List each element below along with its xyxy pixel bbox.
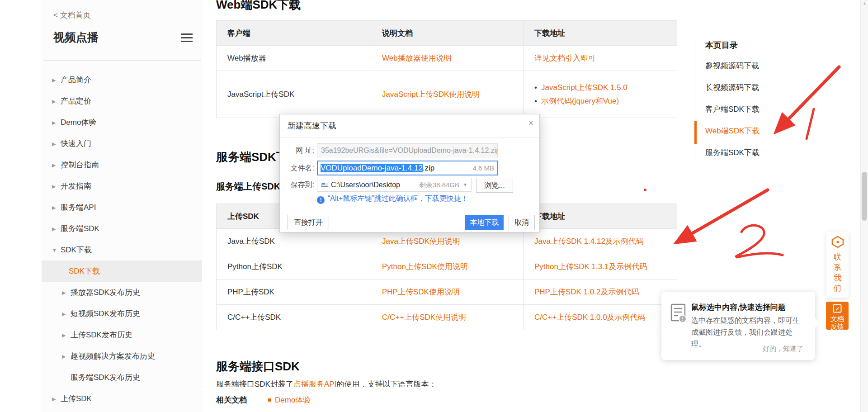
toc-item-client-sdk[interactable]: 客户端SDK下载	[705, 99, 809, 120]
download-link[interactable]: Java上传SDK 1.4.12及示例代码	[534, 237, 644, 246]
table-row: Web播放器 Web播放器使用说明 详见文档引入即可	[217, 46, 677, 71]
back-to-docs-link[interactable]: < 文档首页	[53, 10, 91, 20]
chevron-right-icon: ▶	[52, 112, 57, 133]
table-header-row: 客户端 说明文档 下载地址	[217, 21, 677, 46]
download-link[interactable]: C/C++上传SDK 1.0.0及示例代码	[534, 313, 646, 322]
svg-text:!: !	[682, 316, 684, 322]
sidebar-item-server-api[interactable]: ▶服务端API	[42, 197, 202, 218]
chevron-right-icon: ▶	[52, 91, 57, 112]
toc-active-indicator	[694, 121, 697, 144]
sidebar-item-quickstart[interactable]: ▶快速入门	[42, 133, 202, 154]
web-sdk-table: 客户端 说明文档 下载地址 Web播放器 Web播放器使用说明 详见文档引入即可…	[216, 20, 677, 118]
contact-us-widget[interactable]: 联系我们	[826, 232, 849, 298]
doc-link[interactable]: Python上传SDK使用说明	[382, 262, 468, 271]
chevron-right-icon: ▶	[62, 303, 67, 325]
doc-link[interactable]: Web播放器使用说明	[382, 54, 452, 62]
doc-feedback-button[interactable]: 文档反馈	[826, 302, 849, 330]
sidebar-item-dev-guide[interactable]: ▶开发指南	[42, 175, 202, 197]
client-name: PHP上传SDK	[227, 288, 274, 296]
sidebar-item-demo[interactable]: ▶Demo体验	[42, 112, 202, 133]
sidebar-item-product-intro[interactable]: ▶产品简介	[42, 69, 202, 90]
toc-item-web-sdk[interactable]: Web端SDK下载	[705, 120, 809, 142]
sidebar-item-sdk-download-current[interactable]: SDK下载	[42, 260, 202, 282]
product-title: 视频点播	[53, 30, 99, 45]
close-icon[interactable]: ×	[528, 117, 534, 129]
toc-item-server-sdk[interactable]: 服务端SDK下载	[705, 142, 809, 164]
drive-icon	[321, 182, 328, 188]
filename-selected-text: VODUploadDemo-java-1.4.12	[321, 164, 423, 172]
download-link[interactable]: 详见文档引入即可	[534, 54, 596, 62]
contact-us-label: 联系我们	[833, 252, 842, 294]
doc-link[interactable]: C/C++上传SDK使用说明	[382, 313, 466, 322]
local-download-button[interactable]: 本地下载	[465, 215, 504, 230]
col-client: 客户端	[217, 21, 371, 46]
chevron-right-icon: ▶	[52, 133, 57, 155]
caret-down-icon: ▼	[463, 178, 467, 191]
client-name: C/C++上传SDK	[227, 313, 281, 322]
table-row: C/C++上传SDK C/C++上传SDK使用说明 C/C++上传SDK 1.0…	[217, 305, 677, 330]
sidebar-nav: ▶产品简介 ▶产品定价 ▶Demo体验 ▶快速入门 ▶控制台指南 ▶开发指南 ▶…	[42, 69, 202, 409]
hexagon-logo-icon	[831, 236, 844, 248]
table-row: PHP上传SDK PHP上传SDK使用说明 PHP上传SDK 1.0.2及示例代…	[217, 279, 677, 305]
table-row: JavaScript上传SDK JavaScript上传SDK使用说明 •Jav…	[217, 71, 677, 118]
sidebar-item-pricing[interactable]: ▶产品定价	[42, 90, 202, 112]
sidebar-item-player-sdk-history[interactable]: ▶播放器SDK发布历史	[42, 282, 202, 303]
dialog-divider	[280, 137, 539, 137]
annotation-number-2	[736, 225, 783, 257]
toc-item-long-video-source[interactable]: 长视频源码下载	[705, 77, 809, 99]
sidebar-item-upload-sdk[interactable]: ▶上传SDK	[42, 388, 202, 409]
col-doc: 说明文档	[371, 21, 524, 46]
chevron-right-icon: ▶	[52, 70, 57, 91]
open-directly-button[interactable]: 直接打开	[288, 215, 329, 230]
doc-link[interactable]: Java上传SDK使用说明	[382, 237, 460, 246]
sidebar-divider	[43, 60, 201, 61]
chevron-right-icon: ▶	[52, 197, 57, 218]
scrollbar-thumb[interactable]	[862, 172, 867, 221]
download-link[interactable]: JavaScript上传SDK 1.5.0	[541, 83, 627, 92]
url-label: 网 址:	[280, 143, 314, 157]
hamburger-icon[interactable]	[181, 33, 193, 43]
col-download: 下载地址	[524, 204, 677, 229]
doc-link[interactable]: JavaScript上传SDK使用说明	[382, 90, 480, 99]
save-path-dropdown[interactable]: C:\Users\oor\Desktop 剩余38.84GB ▼	[317, 178, 472, 192]
sidebar-item-quvideo-solution-history[interactable]: ▶趣视频解决方案发布历史	[42, 346, 202, 367]
chevron-right-icon: ▶	[62, 282, 67, 303]
save-to-label: 保存到:	[280, 178, 314, 192]
chevron-right-icon: ▶	[52, 218, 57, 240]
related-docs-bar: 相关文档 Demo体验	[202, 387, 675, 412]
download-link[interactable]: 示例代码(jquery和Vue)	[541, 97, 619, 105]
download-link[interactable]: PHP上传SDK 1.0.2及示例代码	[534, 288, 639, 296]
demo-link[interactable]: Demo体验	[268, 395, 311, 405]
sidebar-item-short-video-sdk-history[interactable]: ▶短视频SDK发布历史	[42, 303, 202, 324]
sidebar-item-sdk-download-group[interactable]: ▼SDK下载	[42, 239, 202, 260]
sidebar-item-console-guide[interactable]: ▶控制台指南	[42, 154, 202, 175]
free-space: 剩余38.84GB	[419, 178, 459, 191]
square-bullet-icon	[268, 398, 271, 402]
popup-dismiss-link[interactable]: 好的，知道了	[763, 345, 803, 353]
cancel-button[interactable]: 取消	[509, 215, 535, 230]
dialog-title: 新建高速下载	[288, 120, 336, 131]
client-name: JavaScript上传SDK	[227, 90, 294, 99]
chevron-right-icon: ▶	[52, 176, 57, 197]
browse-button[interactable]: 浏览...	[476, 178, 513, 193]
info-icon: !	[317, 196, 325, 204]
bullet-icon: •	[534, 97, 537, 105]
scroll-up-icon[interactable]: ▲	[863, 1, 867, 5]
sidebar-item-server-sdk-history[interactable]: 服务端SDK发布历史	[42, 367, 202, 388]
scrollbar-track[interactable]: ▲	[860, 0, 868, 412]
sidebar: < 文档首页 视频点播 ▶产品简介 ▶产品定价 ▶Demo体验 ▶快速入门 ▶控…	[42, 0, 202, 412]
file-size: 4.6 MB	[472, 161, 494, 175]
download-link[interactable]: Python上传SDK 1.3.1及示例代码	[534, 262, 647, 271]
dialog-tip: !“Alt+鼠标左键”跳过此确认框，下载更快捷！	[317, 194, 468, 204]
filename-field[interactable]: 4.6 MB VODUploadDemo-java-1.4.12.zip	[317, 161, 498, 175]
toc-item-quvideo-source[interactable]: 趣视频源码下载	[705, 55, 809, 77]
sidebar-item-upload-sdk-history[interactable]: ▶上传SDK发布历史	[42, 324, 202, 346]
url-field[interactable]: 35a192beURGis&file=VODUploadDemo-java-1.…	[317, 143, 498, 157]
server-upload-subheading: 服务端上传SDK	[216, 180, 280, 193]
sidebar-item-server-sdk[interactable]: ▶服务端SDK	[42, 218, 202, 239]
doc-link[interactable]: PHP上传SDK使用说明	[382, 288, 460, 296]
col-download: 下载地址	[524, 21, 677, 46]
toc-track	[695, 38, 695, 165]
doc-page: < 文档首页 视频点播 ▶产品简介 ▶产品定价 ▶Demo体验 ▶快速入门 ▶控…	[0, 0, 868, 412]
filename-label: 文件名:	[280, 161, 314, 175]
